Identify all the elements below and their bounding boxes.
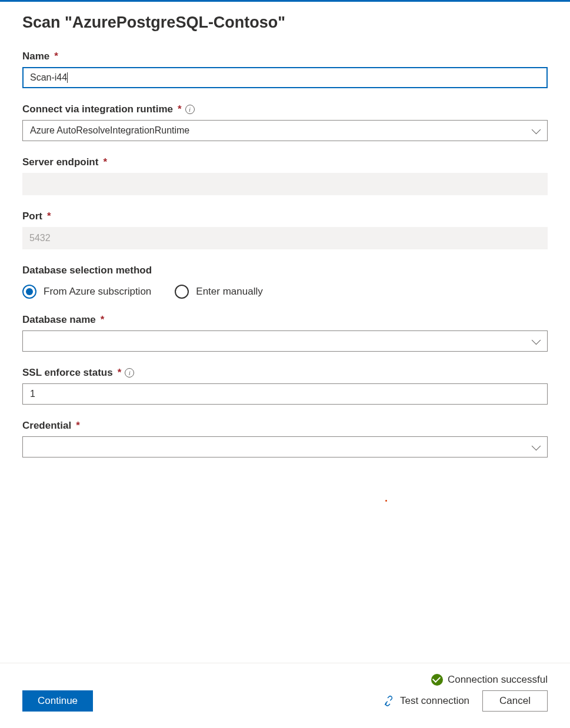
info-icon[interactable]: i: [185, 105, 195, 114]
endpoint-label: Server endpoint*: [22, 156, 548, 168]
radio-from-azure[interactable]: From Azure subscription: [22, 285, 151, 299]
plug-icon: [384, 696, 394, 706]
red-dot: [385, 500, 387, 502]
info-icon[interactable]: i: [125, 368, 134, 378]
continue-button[interactable]: Continue: [22, 690, 93, 712]
check-icon: [431, 674, 443, 686]
chevron-down-icon: [532, 443, 540, 451]
credential-select[interactable]: [22, 436, 548, 457]
name-input[interactable]: Scan-i44: [22, 67, 548, 88]
page-title: Scan "AzurePostgreSQL-Contoso": [22, 14, 548, 32]
port-input: 5432: [22, 227, 548, 249]
cancel-button[interactable]: Cancel: [482, 690, 548, 712]
dbname-label: Database name*: [22, 314, 548, 326]
radio-icon: [22, 285, 36, 299]
port-label: Port*: [22, 211, 548, 222]
connection-status: Connection successful: [22, 674, 548, 686]
radio-enter-manually[interactable]: Enter manually: [175, 285, 262, 299]
test-connection-link[interactable]: Test connection: [384, 695, 469, 707]
name-label: Name*: [22, 51, 548, 62]
radio-icon: [175, 285, 189, 299]
endpoint-input: [22, 173, 548, 195]
dbname-select[interactable]: [22, 330, 548, 352]
runtime-select[interactable]: Azure AutoResolveIntegrationRuntime: [22, 120, 548, 141]
svg-line-0: [385, 703, 386, 705]
ssl-input[interactable]: 1: [22, 383, 548, 405]
chevron-down-icon: [532, 126, 540, 135]
runtime-label: Connect via integration runtime* i: [22, 103, 548, 115]
credential-label: Credential*: [22, 420, 548, 432]
chevron-down-icon: [532, 337, 540, 345]
dbmethod-label: Database selection method: [22, 265, 548, 276]
ssl-label: SSL enforce status* i: [22, 367, 548, 379]
